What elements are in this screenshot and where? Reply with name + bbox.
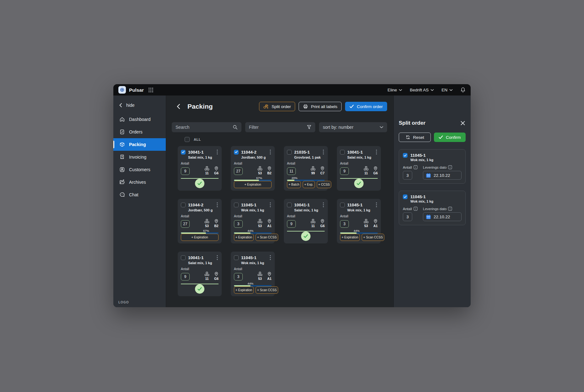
company-menu[interactable]: Bedrift AS xyxy=(410,88,434,92)
kebab-menu-icon[interactable] xyxy=(322,149,325,155)
location-value: G6 xyxy=(320,224,325,228)
kebab-menu-icon[interactable] xyxy=(269,202,272,208)
order-checkbox[interactable] xyxy=(340,203,345,207)
antall-input[interactable]: 27 xyxy=(234,167,243,175)
split-order-button[interactable]: Split order xyxy=(259,102,295,111)
split-antall-input[interactable]: 3 xyxy=(403,212,412,221)
units-value: 53 xyxy=(205,224,209,228)
order-stats: 53 A1 xyxy=(257,272,272,280)
sidebar-item-archives[interactable]: Archives xyxy=(113,176,166,188)
antall-input[interactable]: 27 xyxy=(181,220,190,228)
card-action-buttons: + Expiration xyxy=(181,234,219,241)
reset-button[interactable]: Reset xyxy=(399,133,431,142)
sidebar-item-chat[interactable]: Chat xyxy=(113,188,166,201)
progress-percent-row: 67% xyxy=(234,176,272,180)
card-action-button[interactable]: + Scan CCSS xyxy=(362,234,384,241)
kebab-menu-icon[interactable] xyxy=(375,202,378,208)
user-menu[interactable]: Eline xyxy=(387,88,402,92)
order-checkbox[interactable] xyxy=(181,150,186,155)
date-input[interactable]: 22.10.22 xyxy=(423,212,462,221)
customers-icon xyxy=(119,167,125,172)
sidebar-item-orders[interactable]: Orders xyxy=(113,126,166,138)
close-icon[interactable] xyxy=(460,120,466,126)
order-card-footer: + Expiration+ Scan CCSS xyxy=(340,234,378,241)
order-card: 11045-1 Wok mix, 1 kg Antall 3 53 A1 44% xyxy=(231,252,275,296)
kebab-menu-icon[interactable] xyxy=(269,254,272,261)
antall-label-row: Antall xyxy=(403,207,423,211)
card-action-button[interactable]: + Exp. xyxy=(303,181,315,188)
order-id: 11045-1 xyxy=(241,203,257,207)
card-action-button[interactable]: + Expiration xyxy=(340,234,360,241)
card-action-buttons: + Expiration+ Scan CCSS xyxy=(234,234,272,241)
notifications-bell-icon[interactable] xyxy=(460,87,466,93)
card-action-button[interactable]: + Expiration xyxy=(234,181,272,188)
confirm-split-button[interactable]: Confirm xyxy=(434,133,466,142)
antall-input[interactable]: 11 xyxy=(287,167,296,175)
antall-input[interactable]: 3 xyxy=(340,220,349,228)
order-checkbox[interactable] xyxy=(234,255,239,260)
sort-dropdown[interactable]: sort by: number xyxy=(319,122,387,132)
order-checkbox[interactable] xyxy=(181,255,186,260)
antall-input[interactable]: 9 xyxy=(181,167,190,175)
filter-input[interactable]: Filter xyxy=(245,122,316,132)
order-stats: 11 G6 xyxy=(311,219,325,228)
split-item-checkbox[interactable] xyxy=(403,194,408,199)
antall-input[interactable]: 3 xyxy=(234,220,243,228)
split-item-checkbox[interactable] xyxy=(403,153,408,158)
split-antall-input[interactable]: 3 xyxy=(403,171,412,180)
order-subtitle: Salat mix, 1 kg xyxy=(294,208,325,212)
order-checkbox[interactable] xyxy=(287,203,292,207)
order-card-header: 11045-1 xyxy=(340,202,378,208)
card-action-button[interactable]: + Expiration xyxy=(234,286,254,294)
progress-percent-label: 67% xyxy=(256,176,262,180)
order-id: 11044-2 xyxy=(241,150,257,155)
confirm-order-button[interactable]: Confirm order xyxy=(345,102,387,111)
antall-input[interactable]: 9 xyxy=(340,167,349,175)
split-panel-header: Split order xyxy=(399,120,466,126)
card-action-button[interactable]: + Scan CCSS xyxy=(256,286,278,294)
sidebar-item-label: Dashboard xyxy=(129,117,151,122)
search-input[interactable]: Search xyxy=(172,122,241,132)
select-all-checkbox[interactable] xyxy=(185,137,190,142)
antall-input[interactable]: 9 xyxy=(181,273,190,280)
order-checkbox[interactable] xyxy=(340,150,345,155)
order-checkbox[interactable] xyxy=(234,203,239,207)
order-checkbox[interactable] xyxy=(287,150,292,155)
order-card-middle: 9 11 G6 xyxy=(181,272,219,280)
kebab-menu-icon[interactable] xyxy=(375,149,378,155)
kebab-menu-icon[interactable] xyxy=(322,202,325,208)
card-action-button[interactable]: + Batch xyxy=(287,181,301,188)
order-checkbox[interactable] xyxy=(181,203,186,207)
split-item-subtitle: Wok mix, 1 kg xyxy=(410,199,462,203)
split-items: 11045-1 Wok mix, 1 kg Antall Leverings d… xyxy=(399,149,466,225)
language-menu[interactable]: EN xyxy=(441,88,453,92)
apps-grid-icon[interactable] xyxy=(148,87,154,93)
chevron-left-icon xyxy=(177,104,180,109)
sidebar-item-label: Orders xyxy=(129,129,143,134)
sidebar-item-dashboard[interactable]: Dashboard xyxy=(113,113,166,126)
kebab-menu-icon[interactable] xyxy=(216,149,219,155)
kebab-menu-icon[interactable] xyxy=(216,202,219,208)
location-stat: G6 xyxy=(373,166,378,175)
order-checkbox[interactable] xyxy=(234,150,239,155)
card-action-button[interactable]: + CCSS xyxy=(317,181,331,188)
kebab-menu-icon[interactable] xyxy=(216,254,219,261)
card-action-button[interactable]: + Expiration xyxy=(234,234,254,241)
antall-input[interactable]: 3 xyxy=(234,273,243,280)
date-input[interactable]: 22.10.22 xyxy=(423,171,462,180)
kebab-menu-icon[interactable] xyxy=(269,149,272,155)
sidebar-collapse-button[interactable]: hide xyxy=(113,100,166,111)
sidebar-item-customers[interactable]: Customers xyxy=(113,163,166,176)
print-all-labels-button[interactable]: Print all labels xyxy=(299,102,342,111)
sidebar-item-packing[interactable]: Packing xyxy=(113,138,166,151)
location-stat: A1 xyxy=(267,219,272,228)
card-action-button[interactable]: + Scan CCSS xyxy=(256,234,278,241)
svg-text:$: $ xyxy=(122,155,123,158)
card-action-button[interactable]: + Expiration xyxy=(181,234,219,241)
sidebar-item-invoicing[interactable]: $ Invoicing xyxy=(113,151,166,163)
order-card: 11044-2 Jordbær, 500 g Antall 27 53 B2 6… xyxy=(178,199,222,243)
order-card-footer xyxy=(287,231,325,241)
back-button[interactable] xyxy=(174,102,182,111)
units-value: 11 xyxy=(205,277,208,280)
antall-input[interactable]: 9 xyxy=(287,220,296,228)
